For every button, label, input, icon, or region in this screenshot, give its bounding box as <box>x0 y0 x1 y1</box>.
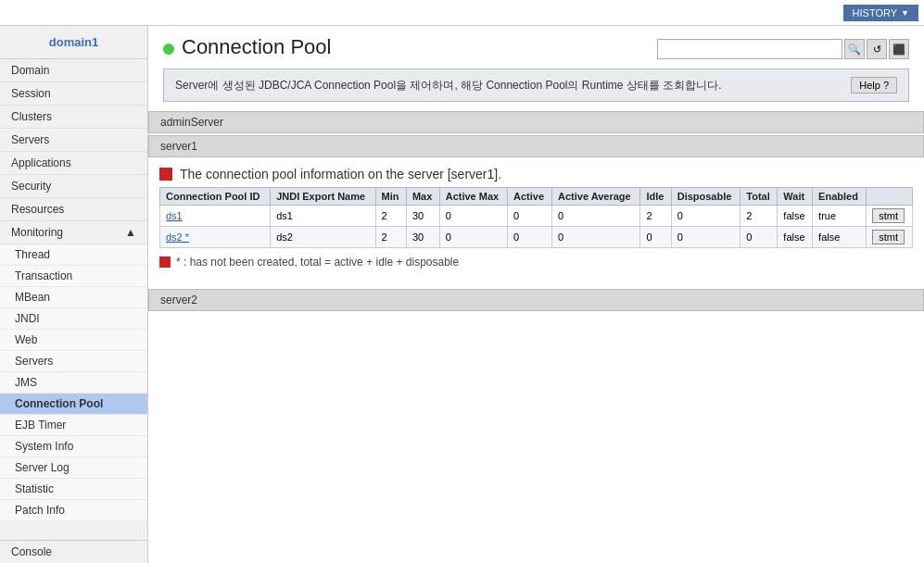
sidebar-sub-jndi[interactable]: JNDI <box>0 308 147 330</box>
cp-id-link[interactable]: ds2 * <box>166 231 189 243</box>
admin-server-bar: adminServer <box>148 111 924 133</box>
col-wait: Wait <box>778 188 813 206</box>
sidebar-sub-statistic[interactable]: Statistic <box>0 479 147 500</box>
cell-max: 30 <box>406 206 439 227</box>
sidebar-sub-thread[interactable]: Thread <box>0 244 147 266</box>
sidebar-item-session[interactable]: Session <box>0 82 147 106</box>
server1-bar: server1 <box>148 135 924 157</box>
col-disposable: Disposable <box>671 188 740 206</box>
cell-stmt: stmt <box>867 227 913 248</box>
info-banner: Server에 생성된 JDBC/JCA Connection Pool을 제어… <box>163 69 909 102</box>
cell-enabled: false <box>813 227 867 248</box>
col-total: Total <box>740 188 778 206</box>
cell-active-max: 0 <box>439 206 507 227</box>
sidebar-item-clusters[interactable]: Clusters <box>0 106 147 129</box>
cp-header: The connection pool information on the s… <box>148 159 924 187</box>
sidebar-item-security[interactable]: Security <box>0 175 147 198</box>
cell-active-avg: 0 <box>551 206 639 227</box>
refresh-button[interactable]: ↺ <box>867 39 887 59</box>
cell-active: 0 <box>508 227 552 248</box>
export-button[interactable]: ⬛ <box>889 39 909 59</box>
sidebar-sub-system-info[interactable]: System Info <box>0 436 147 457</box>
sidebar-sub-jms[interactable]: JMS <box>0 372 147 394</box>
cell-disposable: 0 <box>671 206 740 227</box>
cell-cp-id: ds2 * <box>160 227 271 248</box>
col-action <box>867 188 913 206</box>
sidebar-item-domain[interactable]: Domain <box>0 59 147 82</box>
col-active: Active <box>508 188 552 206</box>
note-text: * : has not been created, total = active… <box>176 256 459 269</box>
cell-total: 2 <box>740 206 778 227</box>
cp-note: * : has not been created, total = active… <box>148 248 924 276</box>
col-active-avg: Active Average <box>551 188 639 206</box>
history-button[interactable]: HISTORY <box>843 5 918 21</box>
sidebar-sub-servers[interactable]: Servers <box>0 351 147 372</box>
cp-id-link[interactable]: ds1 <box>166 210 183 221</box>
cp-table: Connection Pool ID JNDI Export Name Min … <box>159 187 913 248</box>
col-jndi: JNDI Export Name <box>271 188 375 206</box>
cell-wait: false <box>778 227 813 248</box>
sidebar-item-applications[interactable]: Applications <box>0 152 147 175</box>
history-label: HISTORY <box>853 7 898 19</box>
cell-active-max: 0 <box>439 227 507 248</box>
sidebar-sub-patch-info[interactable]: Patch Info <box>0 500 147 521</box>
col-cp-id: Connection Pool ID <box>160 188 271 206</box>
sidebar-sub-server-log[interactable]: Server Log <box>0 457 147 479</box>
sidebar: domain1 Domain Session Clusters Servers … <box>0 26 148 563</box>
help-button[interactable]: Help ? <box>851 77 897 94</box>
note-icon <box>159 256 171 268</box>
col-min: Min <box>375 188 406 206</box>
cell-active: 0 <box>508 206 552 227</box>
stmt-button[interactable]: stmt <box>872 230 905 244</box>
search-input[interactable] <box>657 39 842 59</box>
search-bar: 🔍 ↺ ⬛ <box>657 39 909 59</box>
sidebar-item-servers[interactable]: Servers <box>0 129 147 152</box>
cell-max: 30 <box>406 227 439 248</box>
cp-section: The connection pool information on the s… <box>148 159 924 285</box>
main-content: Connection Pool 🔍 ↺ ⬛ Server에 생성된 JDBC/J… <box>148 26 924 563</box>
table-row: ds1 ds1 2 30 0 0 0 2 0 2 false true stmt <box>160 206 913 227</box>
col-idle: Idle <box>640 188 671 206</box>
info-text: Server에 생성된 JDBC/JCA Connection Pool을 제어… <box>175 77 842 94</box>
chevron-icon: ▲ <box>125 226 136 239</box>
sidebar-sub-ejb-timer[interactable]: EJB Timer <box>0 415 147 436</box>
table-row: ds2 * ds2 2 30 0 0 0 0 0 0 false false s… <box>160 227 913 248</box>
col-enabled: Enabled <box>813 188 867 206</box>
sidebar-sub-connection-pool[interactable]: Connection Pool <box>0 394 147 415</box>
sidebar-item-resources[interactable]: Resources <box>0 198 147 221</box>
cp-icon <box>159 168 172 181</box>
sidebar-monitoring-header[interactable]: Monitoring ▲ <box>0 221 147 244</box>
sidebar-sub-mbean[interactable]: MBean <box>0 287 147 308</box>
search-button[interactable]: 🔍 <box>844 39 865 59</box>
cell-cp-id: ds1 <box>160 206 271 227</box>
cell-jndi: ds1 <box>271 206 375 227</box>
cell-jndi: ds2 <box>271 227 375 248</box>
cell-disposable: 0 <box>671 227 740 248</box>
status-dot <box>163 44 174 55</box>
cell-active-avg: 0 <box>551 227 639 248</box>
cell-min: 2 <box>375 227 406 248</box>
cp-header-text: The connection pool information on the s… <box>180 167 501 181</box>
col-max: Max <box>406 188 439 206</box>
sidebar-sub-transaction[interactable]: Transaction <box>0 266 147 287</box>
page-title: Connection Pool <box>182 35 331 59</box>
col-active-max: Active Max <box>439 188 507 206</box>
cell-stmt: stmt <box>867 206 913 227</box>
cell-min: 2 <box>375 206 406 227</box>
sidebar-sub-web[interactable]: Web <box>0 330 147 351</box>
domain-label[interactable]: domain1 <box>0 26 147 59</box>
cell-total: 0 <box>740 227 778 248</box>
cell-enabled: true <box>813 206 867 227</box>
cell-idle: 2 <box>640 206 671 227</box>
cell-idle: 0 <box>640 227 671 248</box>
cell-wait: false <box>778 206 813 227</box>
stmt-button[interactable]: stmt <box>872 208 905 223</box>
server2-bar: server2 <box>148 289 924 311</box>
monitoring-label: Monitoring <box>11 226 63 239</box>
sidebar-console[interactable]: Console <box>0 540 147 563</box>
